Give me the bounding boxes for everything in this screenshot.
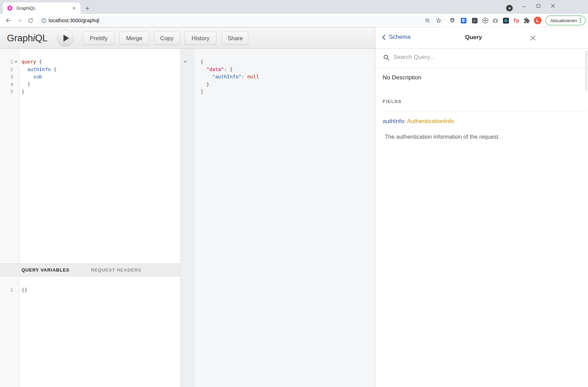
variables-line-numbers: 1 [0,286,13,294]
doc-divider [383,111,587,111]
query-editor[interactable]: 12345 query { authInfo { sub }} [0,49,180,264]
response-gutter [181,49,195,387]
response-viewer: { "data": { "authInfo": null }} [180,49,375,387]
doc-close-button[interactable] [530,35,536,41]
doc-search-input[interactable] [393,53,568,61]
field-name-link[interactable]: authInfo [383,118,404,124]
browser-menu-icon[interactable] [580,18,581,23]
search-icon [383,54,390,61]
caret-down-icon [508,8,511,9]
tab-strip: GraphiQL [0,0,588,14]
new-tab-button[interactable] [84,5,91,11]
query-code[interactable]: query { authInfo { sub }} [22,58,57,96]
extensions-puzzle-icon[interactable] [523,17,530,24]
query-line-numbers: 12345 [0,58,13,96]
react-devtools-extension-icon[interactable] [502,17,510,24]
doc-search-bar [375,49,588,68]
minimize-button[interactable] [519,3,529,9]
merge-button[interactable]: Merge [119,32,149,45]
execute-query-button[interactable] [57,30,74,46]
share-button[interactable]: Share [222,32,248,45]
tab-query-variables[interactable]: QUERY VARIABLES [22,267,69,273]
move-tool-extension-icon[interactable] [482,17,489,24]
tab-close-icon[interactable] [71,5,77,11]
svg-text:P: P [474,19,476,23]
prettify-button[interactable]: Prettify [83,32,114,45]
response-json: { "data": { "authInfo": null }} [201,58,259,96]
doc-back-link[interactable]: Schema [382,34,410,41]
close-window-button[interactable] [548,3,558,9]
bookmark-star-icon[interactable] [435,17,442,24]
tab-search-button[interactable] [506,5,513,11]
chevron-left-icon [382,34,386,41]
zoom-page-icon[interactable] [424,17,431,24]
tp-extension-icon[interactable]: Tp [512,17,520,24]
history-button[interactable]: History [185,32,216,45]
fold-arrow-icon[interactable] [184,61,187,63]
doc-title: Query [465,34,482,41]
doc-fields-heading: FIELDS [383,99,402,104]
doc-field-description: The authentication information of the re… [385,134,500,140]
reload-button[interactable] [27,17,34,24]
play-icon [63,35,69,42]
close-icon [530,35,536,41]
bitwarden-extension-icon[interactable] [460,17,467,24]
page-info-icon[interactable] [40,17,48,24]
back-button[interactable] [5,17,12,24]
profile-avatar[interactable]: L [534,17,542,24]
copy-button[interactable]: Copy [154,32,180,45]
graphiql-logo: GraphiQL [7,33,48,44]
doc-type-description: No Description [383,74,421,81]
ublock-extension-icon[interactable] [449,17,456,24]
graphiql-topbar: GraphiQL Prettify Merge Copy History Sha… [0,27,375,49]
doc-scrollbar[interactable] [585,51,587,91]
update-label: Aktualisieren [550,18,577,23]
maximize-button[interactable] [533,3,544,9]
graphql-favicon-icon [7,5,13,11]
browser-tab[interactable]: GraphiQL [3,2,80,14]
p-extension-icon[interactable]: P [471,17,478,24]
tab-request-headers[interactable]: REQUEST HEADERS [91,267,141,273]
secondary-editor-titlebar: QUERY VARIABLES REQUEST HEADERS [0,264,180,276]
screenshot-extension-icon[interactable] [492,17,499,24]
variables-code[interactable]: {} [22,286,27,294]
fold-arrow-icon[interactable] [14,61,18,63]
doc-field-row: authInfo: AuthenticationInfo [383,118,454,125]
variables-editor[interactable]: 1 {} [0,276,180,387]
forward-button[interactable] [16,17,23,24]
url-text[interactable]: localhost:3000/graphql [49,18,99,23]
type-name-link[interactable]: AuthenticationInfo [407,118,454,124]
update-browser-button[interactable]: Aktualisieren [545,16,586,25]
doc-explorer-header: Schema Query [375,27,588,49]
doc-explorer: Schema Query No Description FIELDS authI… [375,27,588,387]
